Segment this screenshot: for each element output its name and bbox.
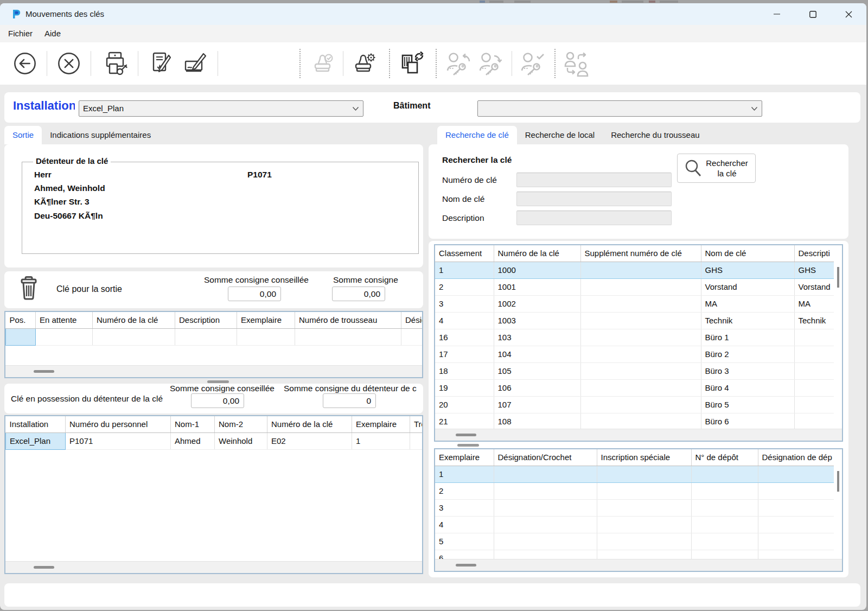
table-cell[interactable]: 16 <box>435 329 494 346</box>
table-cell[interactable] <box>758 499 834 516</box>
possession-conseillee-field[interactable]: 0,00 <box>191 393 244 408</box>
table-cell[interactable]: 1000 <box>494 262 580 278</box>
nom-cle-input[interactable] <box>516 192 672 206</box>
table-cell[interactable]: 18 <box>435 362 494 379</box>
table-cell[interactable] <box>580 262 701 278</box>
people-transfer-button[interactable] <box>563 50 589 77</box>
table-cell[interactable]: 3 <box>435 499 494 516</box>
close-button[interactable] <box>831 3 866 25</box>
table-cell[interactable] <box>494 482 597 499</box>
table-cell[interactable] <box>691 499 758 516</box>
table-cell[interactable] <box>597 482 691 499</box>
table-cell[interactable]: 105 <box>494 362 580 379</box>
table-cell[interactable]: 21 <box>435 413 494 429</box>
vertical-scrollbar[interactable] <box>834 449 842 559</box>
table-cell[interactable] <box>93 328 175 345</box>
table-cell[interactable]: Ahmed <box>171 432 215 449</box>
table-cell[interactable]: 4 <box>435 312 494 329</box>
table-cell[interactable]: 19 <box>435 379 494 396</box>
table-cell[interactable] <box>794 379 834 396</box>
table-cell[interactable] <box>580 346 701 362</box>
table-cell[interactable]: 1001 <box>494 278 580 295</box>
signature-button[interactable] <box>182 50 208 77</box>
tab-recherche-cle[interactable]: Recherche de clé <box>437 126 517 144</box>
table-cell[interactable] <box>580 312 701 329</box>
column-header[interactable]: Exemplaire <box>435 449 494 466</box>
table-cell[interactable] <box>494 516 597 533</box>
table-cell[interactable] <box>691 550 758 559</box>
table-cell[interactable] <box>494 550 597 559</box>
document-edit-button[interactable] <box>148 50 174 77</box>
table-cell[interactable] <box>597 550 691 559</box>
table-cell[interactable] <box>794 396 834 413</box>
table-cell[interactable]: 20 <box>435 396 494 413</box>
table-cell[interactable]: Büro 4 <box>701 379 794 396</box>
table-cell[interactable] <box>295 328 401 345</box>
tab-indications[interactable]: Indications supplémentaires <box>42 126 159 144</box>
table-cell[interactable] <box>580 362 701 379</box>
table-cell[interactable]: Büro 6 <box>701 413 794 429</box>
table-cell[interactable]: 103 <box>494 329 580 346</box>
numero-cle-input[interactable] <box>516 173 672 187</box>
table-cell[interactable]: Büro 3 <box>701 362 794 379</box>
table-cell[interactable] <box>494 466 597 482</box>
tab-sortie[interactable]: Sortie <box>4 126 42 144</box>
column-header[interactable]: Supplément numéro de clé <box>580 245 701 262</box>
table-cell[interactable]: Vorstand <box>794 278 834 295</box>
column-header[interactable]: Nom de clé <box>701 245 794 262</box>
table-cell[interactable]: 108 <box>494 413 580 429</box>
menu-aide[interactable]: Aide <box>39 25 67 42</box>
horizontal-scrollbar[interactable] <box>5 365 422 377</box>
column-header[interactable]: N° de dépôt <box>691 449 758 466</box>
trash-icon[interactable] <box>18 276 39 300</box>
search-button[interactable]: Rechercher la clé <box>677 154 756 183</box>
stamp-settings-button[interactable] <box>351 50 377 77</box>
scrollbar-thumb[interactable] <box>34 370 54 373</box>
menu-fichier[interactable]: Fichier <box>2 25 39 42</box>
horizontal-scrollbar[interactable] <box>5 561 422 573</box>
splitter-handle[interactable] <box>207 380 229 383</box>
table-cell[interactable] <box>580 295 701 312</box>
horizontal-scrollbar[interactable] <box>435 429 842 441</box>
table-cell[interactable]: 106 <box>494 379 580 396</box>
scrollbar-thumb[interactable] <box>456 564 476 567</box>
table-cell[interactable]: 104 <box>494 346 580 362</box>
table-cell[interactable] <box>794 346 834 362</box>
table-cell[interactable]: 1003 <box>494 312 580 329</box>
table-cell[interactable] <box>794 413 834 429</box>
table-cell[interactable] <box>580 379 701 396</box>
table-cell[interactable]: E02 <box>267 432 352 449</box>
table-cell[interactable] <box>758 533 834 550</box>
table-cell[interactable] <box>691 466 758 482</box>
scrollbar-thumb[interactable] <box>34 566 54 569</box>
table-cell[interactable]: 3 <box>435 295 494 312</box>
table-cell[interactable]: GHS <box>794 262 834 278</box>
column-header[interactable]: Numéro du personnel <box>66 416 171 432</box>
column-header[interactable]: Descripti <box>794 245 834 262</box>
table-cell[interactable]: P1071 <box>66 432 171 449</box>
splitter-handle[interactable] <box>457 444 479 447</box>
column-header[interactable]: Tro <box>410 416 423 432</box>
table-cell[interactable]: GHS <box>701 262 794 278</box>
table-cell[interactable] <box>401 328 423 345</box>
table-cell[interactable] <box>758 482 834 499</box>
table-cell[interactable] <box>758 516 834 533</box>
possession-detenteur-field[interactable]: 0 <box>323 393 376 408</box>
person-key-confirm-button[interactable] <box>520 50 546 77</box>
table-cell[interactable] <box>494 533 597 550</box>
table-cell[interactable] <box>580 329 701 346</box>
copy-transfer-button[interactable] <box>399 50 425 77</box>
person-key-redo-button[interactable] <box>478 50 504 77</box>
column-header[interactable]: Pos. <box>6 312 36 328</box>
table-cell[interactable] <box>597 499 691 516</box>
scrollbar-thumb[interactable] <box>837 267 839 288</box>
column-header[interactable]: Nom-1 <box>171 416 215 432</box>
column-header[interactable]: Installation <box>6 416 66 432</box>
table-cell[interactable]: 1 <box>435 262 494 278</box>
column-header[interactable]: Numéro de la clé <box>93 312 175 328</box>
column-header[interactable]: Désig <box>401 312 423 328</box>
table-cell[interactable]: 1 <box>435 466 494 482</box>
description-input[interactable] <box>516 211 672 225</box>
column-header[interactable]: Désignation/Crochet <box>494 449 597 466</box>
somme-consigne-field[interactable]: 0,00 <box>332 287 385 301</box>
